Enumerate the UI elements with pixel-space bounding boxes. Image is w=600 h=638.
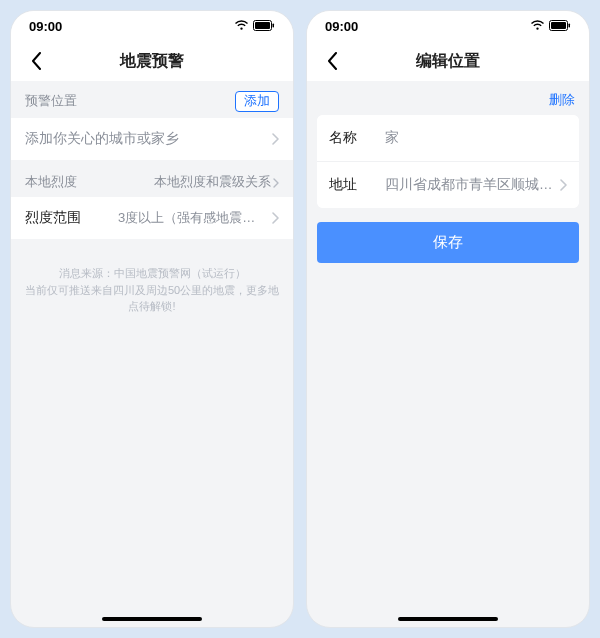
svg-rect-2	[273, 23, 275, 27]
svg-rect-5	[569, 23, 571, 27]
status-bar: 09:00	[11, 11, 293, 41]
chevron-right-icon	[560, 179, 567, 191]
intensity-value: 3度以上（强有感地震动）	[118, 209, 268, 227]
svg-rect-1	[255, 22, 270, 29]
home-indicator	[398, 617, 498, 621]
phone-right: 09:00 编辑位置 删除 名称 家 地址	[306, 10, 590, 628]
section-local-intensity: 本地烈度 本地烈度和震级关系	[11, 160, 293, 197]
footnote: 消息来源：中国地震预警网（试运行） 当前仅可推送来自四川及周边50公里的地震，更…	[11, 265, 293, 315]
battery-icon	[253, 19, 275, 34]
footnote-line1: 消息来源：中国地震预警网（试运行）	[23, 265, 281, 282]
chevron-right-icon	[273, 178, 279, 188]
address-row[interactable]: 地址 四川省成都市青羊区顺城大街...	[317, 161, 579, 208]
wifi-icon	[530, 19, 545, 34]
content-right: 删除 名称 家 地址 四川省成都市青羊区顺城大街... 保存	[307, 81, 589, 627]
name-label: 名称	[329, 129, 367, 147]
intensity-relation-link[interactable]: 本地烈度和震级关系	[154, 174, 279, 191]
svg-rect-4	[551, 22, 566, 29]
address-label: 地址	[329, 176, 367, 194]
name-row[interactable]: 名称 家	[317, 115, 579, 161]
footnote-line2: 当前仅可推送来自四川及周边50公里的地震，更多地点待解锁!	[23, 282, 281, 315]
address-value: 四川省成都市青羊区顺城大街...	[385, 176, 560, 194]
phone-left: 09:00 地震预警 预警位置 添加 添加你关心的城市或家乡 本地烈度	[10, 10, 294, 628]
nav-bar: 地震预警	[11, 41, 293, 81]
status-time: 09:00	[29, 19, 62, 34]
save-button[interactable]: 保存	[317, 222, 579, 263]
add-city-row[interactable]: 添加你关心的城市或家乡	[11, 118, 293, 160]
status-right	[234, 19, 275, 34]
location-card: 名称 家 地址 四川省成都市青羊区顺城大街...	[317, 115, 579, 208]
page-title: 地震预警	[120, 51, 184, 72]
back-button[interactable]	[21, 41, 51, 81]
home-indicator	[102, 617, 202, 621]
section-warning-location: 预警位置 添加	[11, 81, 293, 118]
status-time: 09:00	[325, 19, 358, 34]
page-title: 编辑位置	[416, 51, 480, 72]
intensity-range-row[interactable]: 烈度范围 3度以上（强有感地震动）	[11, 197, 293, 239]
section-label: 预警位置	[25, 93, 77, 110]
chevron-right-icon	[272, 133, 279, 145]
delete-link[interactable]: 删除	[307, 81, 589, 111]
chevron-right-icon	[272, 212, 279, 224]
nav-bar: 编辑位置	[307, 41, 589, 81]
name-value: 家	[385, 129, 567, 147]
chevron-left-icon	[327, 52, 338, 70]
intensity-label: 烈度范围	[25, 209, 81, 227]
status-bar: 09:00	[307, 11, 589, 41]
back-button[interactable]	[317, 41, 347, 81]
chevron-left-icon	[31, 52, 42, 70]
subheader-label: 本地烈度	[25, 174, 77, 191]
add-city-placeholder: 添加你关心的城市或家乡	[25, 130, 179, 148]
wifi-icon	[234, 19, 249, 34]
content-left: 预警位置 添加 添加你关心的城市或家乡 本地烈度 本地烈度和震级关系 烈度范围 …	[11, 81, 293, 627]
relation-text: 本地烈度和震级关系	[154, 174, 271, 191]
add-button[interactable]: 添加	[235, 91, 279, 112]
status-right	[530, 19, 571, 34]
battery-icon	[549, 19, 571, 34]
